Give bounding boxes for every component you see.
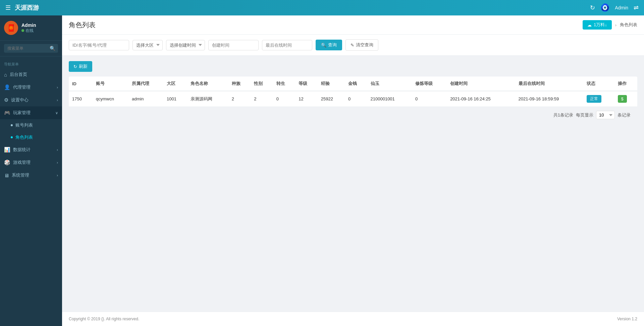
status-badge: 正常 [587,95,601,103]
page-title: 角色列表 [69,20,96,30]
topbar-left: ☰ 天涯西游 [5,4,39,12]
status-dot [21,29,24,32]
player-arrow-icon: ∨ [55,111,58,115]
col-level: 等级 [295,77,318,91]
create-time-input[interactable] [208,40,259,50]
game-icon: 🎲 [4,159,10,166]
system-icon: 🖥 [4,173,9,178]
col-create-time: 创建时间 [447,77,515,91]
game-arrow-icon: › [57,160,58,165]
pagination-bar: 共1条记录 每页显示 10 20 50 100 条记录 [69,107,637,123]
id-name-input[interactable] [69,40,129,50]
sidebar-search-area: 🔍 [0,41,62,56]
nav-section-title: 导航菜单 [0,59,62,68]
sidebar: 🧧 Admin 在线 🔍 导航菜单 ⌂ 后台首页 👤 [0,15,62,326]
sub-dot-account [11,124,13,126]
clear-icon: ✎ [351,43,354,48]
sidebar-item-agent[interactable]: 👤 代理管理 › [0,81,62,94]
col-id: ID [69,77,93,91]
cell-account: qcymwcn [93,91,128,107]
sidebar-item-system[interactable]: 🖥 系统管理 › [0,169,62,182]
cell-rebirth: 0 [273,91,296,107]
pagination-total: 共1条记录 [553,112,573,118]
table-header-row: ID 账号 所属代理 大区 角色名称 种族 性别 转生 等级 经验 金钱 仙玉 [69,77,637,91]
sidebar-user-info: Admin 在线 [21,22,36,34]
sidebar-nav: 导航菜单 ⌂ 后台首页 👤 代理管理 › ⚙ 设置中心 › 🎮 玩家管理 ∨ [0,56,62,326]
status-text: 在线 [25,28,34,34]
sidebar-item-data[interactable]: 📊 数据统计 › [0,143,62,156]
search-icon[interactable]: 🔍 [50,46,55,51]
sidebar-item-player[interactable]: 🎮 玩家管理 ∨ [0,106,62,119]
app-title: 天涯西游 [15,4,39,12]
last-online-input[interactable] [262,40,312,50]
role-table: ID 账号 所属代理 大区 角色名称 种族 性别 转生 等级 经验 金钱 仙玉 [69,77,637,107]
cell-id: 1750 [69,91,93,107]
sidebar-subitem-label-account: 账号列表 [15,122,33,128]
data-icon: 📊 [4,147,10,153]
pagination-per-page-label: 每页显示 [576,112,593,118]
avatar-icon: 🧿 [600,3,609,12]
cell-action[interactable]: $ [614,91,637,107]
cell-jade: 2100001001 [367,91,412,107]
settings-arrow-icon: › [57,98,58,102]
main-content: 角色列表 ☁ 1万料↓ › 角色列表 选择大区 选择创建时间 🔍 [62,15,644,326]
sidebar-item-label-game: 游戏管理 [13,159,31,166]
cell-train: 0 [412,91,447,107]
page-header: 角色列表 ☁ 1万料↓ › 角色列表 [62,15,644,35]
col-action: 操作 [614,77,637,91]
footer: Copyright © 2019 {}. All rights reserved… [62,312,644,326]
create-time-select[interactable]: 选择创建时间 [166,40,205,50]
action-button[interactable]: $ [618,95,627,103]
col-role-name: 角色名称 [187,77,228,91]
sidebar-item-game[interactable]: 🎲 游戏管理 › [0,156,62,169]
sidebar-subitem-account-list[interactable]: 账号列表 [0,119,62,131]
query-button[interactable]: 🔍 查询 [316,40,342,50]
per-page-select[interactable]: 10 20 50 100 [596,111,615,119]
sub-dot-role [11,136,13,138]
col-last-online: 最后在线时间 [515,77,583,91]
breadcrumb-icon: ☁ [587,22,592,28]
col-exp: 经验 [318,77,345,91]
sidebar-status: 在线 [21,28,36,34]
cell-last-online: 2021-09-16 18:59:59 [515,91,583,107]
clear-button[interactable]: ✎ 清空查询 [345,39,378,51]
sidebar-subitem-role-list[interactable]: 角色列表 [0,131,62,143]
col-train: 修炼等级 [412,77,447,91]
footer-copyright: Copyright © 2019 {}. All rights reserved… [69,317,139,321]
player-icon: 🎮 [4,110,10,116]
table-wrapper: ID 账号 所属代理 大区 角色名称 种族 性别 转生 等级 经验 金钱 仙玉 [69,77,637,107]
cell-money: 0 [345,91,367,107]
refresh-icon[interactable]: ↻ [590,4,595,11]
sidebar-item-settings[interactable]: ⚙ 设置中心 › [0,94,62,106]
refresh-icon: ↻ [73,64,77,69]
sidebar-item-dashboard[interactable]: ⌂ 后台首页 [0,68,62,81]
topbar-right: ↻ 🧿 Admin ⇌ [590,3,639,12]
col-money: 金钱 [345,77,367,91]
layout: 🧧 Admin 在线 🔍 导航菜单 ⌂ 后台首页 👤 [0,15,644,326]
cell-race: 2 [228,91,251,107]
agent-icon: 👤 [4,84,10,90]
breadcrumb-current: 角色列表 [620,22,637,28]
settings-icon: ⚙ [4,97,8,103]
refresh-button[interactable]: ↻ 刷新 [69,61,92,72]
cell-exp: 25922 [318,91,345,107]
footer-version: Version 1.2 [617,317,637,321]
sidebar-item-label-dashboard: 后台首页 [10,72,27,78]
col-status: 状态 [583,77,614,91]
topbar: ☰ 天涯西游 ↻ 🧿 Admin ⇌ [0,0,644,15]
breadcrumb-button[interactable]: ☁ 1万料↓ [583,20,612,30]
col-jade: 仙玉 [367,77,412,91]
system-arrow-icon: › [57,173,58,177]
share-icon[interactable]: ⇌ [634,4,639,11]
cell-status: 正常 [583,91,614,107]
menu-icon[interactable]: ☰ [5,4,11,11]
region-select[interactable]: 选择大区 [132,40,163,50]
cell-level: 12 [295,91,318,107]
sidebar-item-label-settings: 设置中心 [11,97,29,103]
sidebar-item-label-data: 数据统计 [13,147,31,153]
query-label: 查询 [328,42,337,48]
sidebar-item-label-player: 玩家管理 [13,110,31,116]
col-account: 账号 [93,77,128,91]
refresh-label: 刷新 [79,63,88,69]
col-race: 种族 [228,77,251,91]
